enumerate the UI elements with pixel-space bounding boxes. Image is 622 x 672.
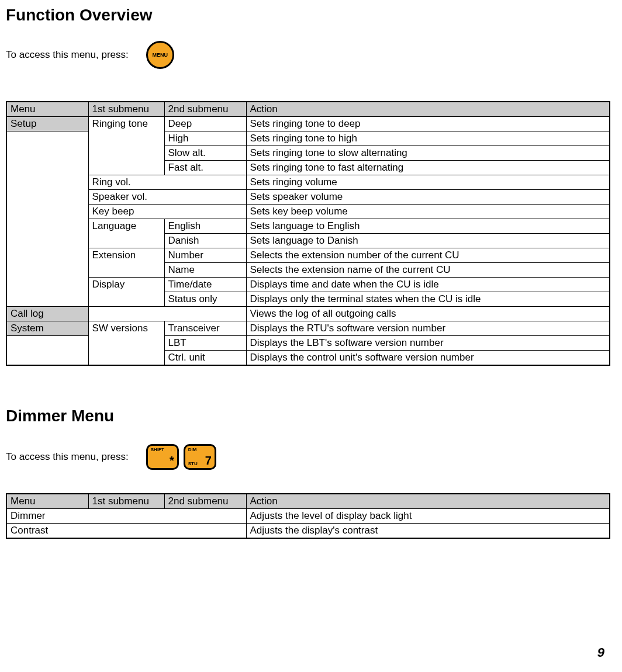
table-row: Danish Sets language to Danish: [6, 234, 610, 248]
cell-empty: [6, 292, 88, 307]
key-button-group: SHIFT * DIM STU 7: [146, 444, 216, 470]
table-row: Key beep Sets key beep volume: [6, 205, 610, 219]
cell-name-a: Selects the extension name of the curren…: [246, 263, 610, 278]
cell-empty: [88, 307, 164, 321]
cell-empty: [88, 509, 164, 524]
cell-empty: [6, 175, 88, 190]
cell-ext: Extension: [88, 248, 164, 263]
cell-trx: Transceiver: [164, 321, 246, 336]
header-sub2: 2nd submenu: [164, 494, 246, 509]
cell-slow-a: Sets ringing tone to slow alternating: [246, 146, 610, 161]
table-row: Status only Displays only the terminal s…: [6, 292, 610, 307]
cell-td: Time/date: [164, 278, 246, 292]
table-row: Ring vol. Sets ringing volume: [6, 175, 610, 190]
menu-button-icon: MENU: [146, 41, 174, 69]
cell-deep: Deep: [164, 117, 246, 131]
table-row: Name Selects the extension name of the c…: [6, 263, 610, 278]
cell-lbt: LBT: [164, 336, 246, 351]
cell-eng: English: [164, 219, 246, 234]
cell-ctrl: Ctrl. unit: [164, 351, 246, 366]
cell-empty: [164, 307, 246, 321]
cell-deep-a: Sets ringing tone to deep: [246, 117, 610, 131]
cell-swv: SW versions: [88, 321, 164, 336]
cell-dan-a: Sets language to Danish: [246, 234, 610, 248]
dimmer-menu-table: Menu 1st submenu 2nd submenu Action Dimm…: [6, 493, 610, 539]
cell-fast-a: Sets ringing tone to fast alternating: [246, 161, 610, 175]
cell-dimmer: Dimmer: [6, 509, 88, 524]
cell-empty: [6, 263, 88, 278]
cell-lang: Language: [88, 219, 164, 234]
table-row: Setup Ringing tone Deep Sets ringing ton…: [6, 117, 610, 131]
dim-key-small: STU: [188, 462, 198, 466]
cell-empty: [164, 175, 246, 190]
header-action: Action: [246, 494, 610, 509]
cell-empty: [164, 190, 246, 205]
cell-eng-a: Sets language to English: [246, 219, 610, 234]
cell-empty: [88, 146, 164, 161]
cell-empty: [6, 131, 88, 146]
cell-empty: [88, 292, 164, 307]
cell-so: Status only: [164, 292, 246, 307]
cell-trx-a: Displays the RTU's software version numb…: [246, 321, 610, 336]
table-row: Slow alt. Sets ringing tone to slow alte…: [6, 146, 610, 161]
table-row: Display Time/date Displays time and date…: [6, 278, 610, 292]
cell-empty: [6, 351, 88, 366]
cell-empty: [6, 336, 88, 351]
dim-key-icon: DIM STU 7: [184, 444, 216, 470]
cell-ringvol-a: Sets ringing volume: [246, 175, 610, 190]
cell-contrast-a: Adjusts the display's contrast: [246, 524, 610, 539]
access-text: To access this menu, press:: [6, 451, 129, 463]
header-sub1: 1st submenu: [88, 102, 164, 117]
cell-ringing: Ringing tone: [88, 117, 164, 131]
cell-spkvol-a: Sets speaker volume: [246, 190, 610, 205]
cell-empty: [6, 146, 88, 161]
section-title: Dimmer Menu: [6, 407, 610, 425]
cell-dan: Danish: [164, 234, 246, 248]
header-action: Action: [246, 102, 610, 117]
cell-system: System: [6, 321, 88, 336]
cell-calllog: Call log: [6, 307, 88, 321]
cell-empty: [164, 524, 246, 539]
table-row: Fast alt. Sets ringing tone to fast alte…: [6, 161, 610, 175]
menu-button-label: MENU: [153, 52, 168, 58]
cell-so-a: Displays only the terminal states when t…: [246, 292, 610, 307]
cell-empty: [164, 509, 246, 524]
cell-empty: [88, 131, 164, 146]
section-title: Function Overview: [6, 6, 610, 25]
cell-spkvol: Speaker vol.: [88, 190, 164, 205]
cell-high: High: [164, 131, 246, 146]
header-menu: Menu: [6, 494, 88, 509]
table-row: LBT Displays the LBT's software version …: [6, 336, 610, 351]
shift-key-big: *: [170, 455, 174, 466]
cell-slow: Slow alt.: [164, 146, 246, 161]
cell-empty: [88, 336, 164, 351]
dim-key-top: DIM: [188, 448, 212, 452]
cell-fast: Fast alt.: [164, 161, 246, 175]
table-row: Call log Views the log of all outgoing c…: [6, 307, 610, 321]
cell-ctrl-a: Displays the control unit's software ver…: [246, 351, 610, 366]
access-text: To access this menu, press:: [6, 49, 129, 61]
header-menu: Menu: [6, 102, 88, 117]
cell-empty: [6, 190, 88, 205]
cell-empty: [88, 234, 164, 248]
cell-empty: [88, 351, 164, 366]
cell-empty: [6, 278, 88, 292]
cell-empty: [6, 248, 88, 263]
cell-empty: [6, 234, 88, 248]
table-row: Extension Number Selects the extension n…: [6, 248, 610, 263]
table-row: System SW versions Transceiver Displays …: [6, 321, 610, 336]
cell-contrast: Contrast: [6, 524, 88, 539]
dim-key-big: 7: [205, 455, 212, 466]
page-number: 9: [597, 645, 604, 660]
cell-empty: [164, 205, 246, 219]
cell-setup: Setup: [6, 117, 88, 131]
cell-empty: [88, 524, 164, 539]
shift-key-top: SHIFT: [151, 448, 174, 452]
cell-num: Number: [164, 248, 246, 263]
access-instruction: To access this menu, press: MENU: [6, 41, 610, 69]
cell-empty: [6, 219, 88, 234]
table-header-row: Menu 1st submenu 2nd submenu Action: [6, 494, 610, 509]
cell-lbt-a: Displays the LBT's software version numb…: [246, 336, 610, 351]
cell-high-a: Sets ringing tone to high: [246, 131, 610, 146]
table-row: Language English Sets language to Englis…: [6, 219, 610, 234]
